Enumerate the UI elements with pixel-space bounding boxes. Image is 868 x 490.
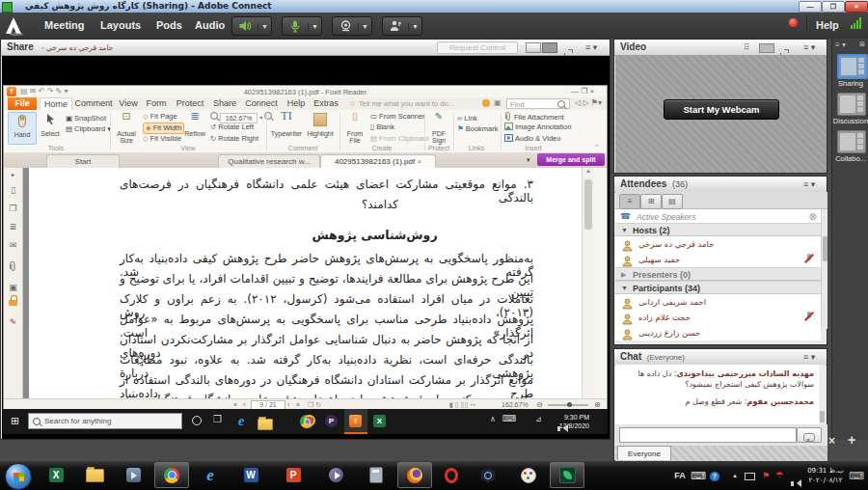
layout-sharing-label[interactable]: Sharing xyxy=(832,79,868,88)
doc-tab-qualitative[interactable]: Qualitative research w... xyxy=(218,154,320,169)
reflow-button[interactable]: ≣ Reflow xyxy=(183,112,206,143)
camera-icon[interactable]: ▣ xyxy=(494,98,502,107)
layout-discussion-thumb[interactable] xyxy=(837,93,866,116)
find-box[interactable]: Find xyxy=(506,98,570,109)
scroll-up-icon[interactable]: ▲ xyxy=(583,168,594,174)
tab-file[interactable]: File xyxy=(8,97,37,110)
layout-discussion-label[interactable]: Discussion xyxy=(832,117,868,125)
inner-search-box[interactable]: Search for anything xyxy=(28,413,182,429)
attendees-scroll-thumb[interactable] xyxy=(823,236,827,261)
tray-speaker-icon[interactable] xyxy=(791,481,794,486)
chat-messages[interactable]: مهدیه السادات میررحیمی بیداخویدی: دل داد… xyxy=(615,365,821,424)
find-search-icon[interactable] xyxy=(557,100,565,108)
zoom-out-icon[interactable] xyxy=(210,112,218,120)
taskbar-excel-icon[interactable]: X xyxy=(39,462,73,488)
taskbar-explorer-icon[interactable] xyxy=(77,462,112,488)
clipboard-button[interactable]: ▤Clipboard ▾ xyxy=(66,124,111,134)
start-my-webcam-button[interactable]: Start My Webcam xyxy=(664,99,779,120)
request-control-button[interactable]: Request Control xyxy=(437,41,518,54)
attendee-row[interactable]: حامد قرجي ده سرخي xyxy=(615,236,821,252)
pages-panel-icon[interactable]: ❐ xyxy=(4,204,22,213)
share-pod-menu-icon[interactable]: ≡ ▾ xyxy=(585,42,597,52)
layouts-pin-icon[interactable]: ⊠ xyxy=(859,41,865,48)
minimize-button[interactable]: — xyxy=(799,1,822,13)
p-app-icon[interactable]: P xyxy=(325,415,338,427)
taskbar-chrome-icon[interactable] xyxy=(154,462,189,488)
layers-panel-icon[interactable]: ≣ xyxy=(4,222,22,231)
menu-audio[interactable]: Audio xyxy=(195,13,225,39)
video-pod-menu-icon[interactable]: ≡ ▾ xyxy=(803,42,815,52)
menu-pods[interactable]: Pods xyxy=(156,13,182,39)
tab-extras[interactable]: Extras xyxy=(310,97,342,110)
inner-keyboard-icon[interactable]: ⌨ xyxy=(502,413,516,423)
rotate-left-button[interactable]: ↺Rotate Left xyxy=(210,122,254,132)
cortana-icon[interactable] xyxy=(192,416,202,425)
participants-collapse-icon[interactable]: ▼ xyxy=(621,285,628,291)
fit-page-button[interactable]: ◇Fit Page xyxy=(143,112,177,122)
image-annotation-button[interactable]: Image Annotation xyxy=(504,122,571,132)
prev-page-icon[interactable]: ‹ xyxy=(243,401,245,408)
inner-excel-icon[interactable]: X xyxy=(373,415,386,427)
attachments-panel-icon[interactable] xyxy=(4,259,22,276)
inner-start-icon[interactable]: ⊞ xyxy=(11,415,19,427)
presenters-expand-icon[interactable]: ▶ xyxy=(621,271,626,279)
from-file-button[interactable]: ▯ From File xyxy=(342,112,367,143)
tray-expand-icon[interactable]: ▴ xyxy=(729,461,741,490)
video-grid-icon[interactable]: ⠿ xyxy=(744,42,750,52)
layout-collaboration-label[interactable]: Collabo... xyxy=(832,154,868,163)
menu-layouts[interactable]: Layouts xyxy=(100,13,141,39)
last-page-icon[interactable]: » xyxy=(296,401,300,408)
ribbon-collapse-icon[interactable]: ⌃ xyxy=(594,144,600,151)
tray-window-icon[interactable] xyxy=(745,473,755,480)
video-filmstrip-icon[interactable] xyxy=(759,43,774,53)
audio-video-button[interactable]: Audio & Video xyxy=(504,134,560,144)
layouts-menu-icon[interactable]: ≡ ▾ xyxy=(835,41,846,49)
attendee-row[interactable]: حسن زارع زردینی xyxy=(615,325,821,340)
foxit-window-buttons[interactable]: — ❐ × xyxy=(571,87,594,95)
tell-me-box[interactable]: Tell me what you want to do... xyxy=(359,99,454,108)
speaker-button[interactable]: ▼ xyxy=(231,16,272,36)
comments-panel-icon[interactable]: ✉ xyxy=(4,240,22,250)
layout-sharing-thumb[interactable] xyxy=(837,54,868,79)
images-panel-icon[interactable]: ▣ xyxy=(4,283,22,292)
tab-connect[interactable]: Connect xyxy=(240,97,283,110)
chat-input[interactable] xyxy=(619,427,797,443)
status-caret-icon[interactable]: ▼ xyxy=(408,23,421,30)
menu-meeting[interactable]: Meeting xyxy=(44,13,85,39)
rotate-right-button[interactable]: ↻Rotate Right xyxy=(210,134,258,144)
zoom-slider-thumb[interactable] xyxy=(567,402,572,407)
actual-size-button[interactable]: ⊡ Actual Size xyxy=(114,112,139,143)
chat-tab-everyone[interactable]: Everyone xyxy=(617,446,671,460)
webcam-caret-icon[interactable]: ▼ xyxy=(358,23,371,30)
tray-flag-icon[interactable]: ⚑ xyxy=(760,461,772,490)
first-page-icon[interactable]: « xyxy=(233,401,237,408)
tray-antivirus-icon[interactable]: ☂ xyxy=(773,461,785,490)
tab-view[interactable]: View xyxy=(115,97,142,110)
taskbar-powerpoint-icon[interactable]: P xyxy=(276,462,311,488)
blank-button[interactable]: ▯Blank xyxy=(370,122,394,132)
hosts-group-header[interactable]: ▼ Hosts (2) xyxy=(615,223,821,236)
webcam-button[interactable]: ▼ xyxy=(332,16,372,36)
share-view2-icon[interactable] xyxy=(542,42,557,53)
bookmark-button[interactable]: ⚑Bookmark xyxy=(457,124,499,134)
tab-share[interactable]: Share xyxy=(209,97,240,110)
add-pod-icon[interactable]: + xyxy=(848,432,855,448)
tab-form[interactable]: Form xyxy=(142,97,171,110)
doc-tab-start[interactable]: Start xyxy=(46,154,120,169)
from-scanner-button[interactable]: ▭From Scanner xyxy=(370,112,425,122)
task-view-icon[interactable]: ❐ xyxy=(213,414,222,424)
inner-network-icon[interactable]: ⊿ xyxy=(535,415,542,423)
typewriter-button[interactable]: TI Typewriter xyxy=(270,112,303,143)
help-button[interactable]: Help xyxy=(816,13,839,39)
zoom-in-button[interactable]: ⊕ xyxy=(594,400,601,409)
scroll-thumb[interactable] xyxy=(584,179,592,230)
bookmarks-panel-icon[interactable]: ▯ xyxy=(4,185,22,195)
taskbar-kmplayer-icon[interactable] xyxy=(318,462,353,488)
taskbar-clock[interactable]: 09:31 ب.ظ ۲۰۲۰/۰۸/۱۲ xyxy=(804,466,847,485)
speaker-caret-icon[interactable]: ▼ xyxy=(258,23,271,30)
taskbar-word-icon[interactable]: W xyxy=(233,462,268,488)
tray-keyboard-icon[interactable]: ⌨ xyxy=(691,461,706,490)
attendee-grid-view-button[interactable]: ⊞ xyxy=(640,194,662,209)
fit-width-button[interactable]: ◈Fit Width xyxy=(143,122,184,134)
share-view-icon[interactable] xyxy=(526,42,541,53)
